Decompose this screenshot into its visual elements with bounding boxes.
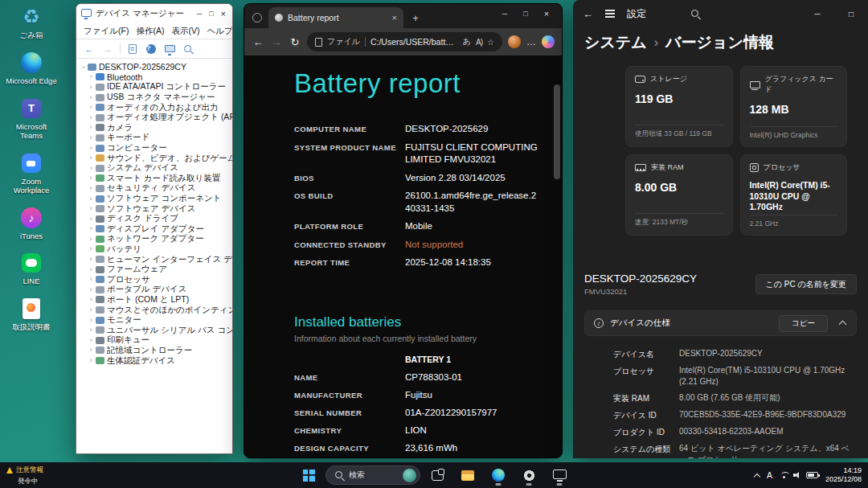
expand-chevron-icon[interactable]: › <box>87 236 95 243</box>
search-icon[interactable] <box>690 9 700 18</box>
ime-indicator[interactable]: A <box>767 470 772 480</box>
chevron-up-icon[interactable] <box>839 321 847 329</box>
tree-item[interactable]: › 印刷キュー <box>79 335 232 346</box>
tree-item[interactable]: › Bluetooth <box>79 72 232 83</box>
desktop-icon[interactable]: Microsoft Edge <box>5 51 58 86</box>
read-aloud-icon[interactable] <box>476 38 482 47</box>
back-icon[interactable] <box>583 8 593 20</box>
tree-item[interactable]: › ネットワーク アダプター <box>79 234 232 244</box>
menu-item[interactable]: 操作(A) <box>133 25 167 38</box>
desktop-icon[interactable]: iTunes <box>5 206 58 241</box>
tree-item[interactable]: › IDE ATA/ATAPI コントローラー <box>79 82 232 92</box>
browser-menu-icon[interactable] <box>526 36 536 47</box>
tree-item[interactable]: › キーボード <box>79 133 232 143</box>
tree-item[interactable]: › システム デバイス <box>79 163 232 174</box>
navigation-menu-icon[interactable] <box>605 10 615 18</box>
expand-chevron-icon[interactable]: › <box>87 245 95 252</box>
copy-button[interactable]: コピー <box>779 315 828 332</box>
desktop-icon[interactable]: ごみ箱 <box>5 5 58 40</box>
tree-item[interactable]: › 生体認証デバイス <box>79 355 232 366</box>
tree-item[interactable]: › ファームウェア <box>79 265 232 275</box>
settings-titlebar[interactable]: 設定 <box>573 0 868 27</box>
tree-item[interactable]: › マウスとそのほかのポインティング デバイス <box>79 305 232 315</box>
copilot-icon[interactable] <box>542 35 555 48</box>
refresh-icon[interactable] <box>289 36 301 48</box>
expand-chevron-icon[interactable]: › <box>87 154 95 162</box>
widgets-button[interactable]: 注意警報 発令中 <box>6 465 43 486</box>
tree-item[interactable]: › モニター <box>79 315 232 326</box>
back-icon[interactable] <box>252 36 264 48</box>
expand-chevron-icon[interactable]: › <box>87 205 95 212</box>
expand-chevron-icon[interactable]: › <box>87 165 95 172</box>
expand-chevron-icon[interactable]: › <box>87 174 95 182</box>
properties-icon[interactable] <box>129 44 137 54</box>
expand-chevron-icon[interactable]: › <box>87 124 95 131</box>
tab-close-icon[interactable]: × <box>392 13 397 23</box>
maximize-icon[interactable] <box>209 10 213 18</box>
expand-chevron-icon[interactable]: › <box>87 276 95 283</box>
rename-pc-button[interactable]: この PC の名前を変更 <box>755 274 857 294</box>
hidden-icons-chevron-icon[interactable] <box>754 473 760 479</box>
desktop-icon[interactable]: 取扱説明書 <box>5 297 58 332</box>
tree-item[interactable]: › サウンド、ビデオ、およびゲーム コントローラー <box>79 153 232 163</box>
minimize-icon[interactable] <box>494 4 515 23</box>
tree-item[interactable]: › 記憶域コントローラー <box>79 346 232 356</box>
tab-battery-report[interactable]: Battery report × <box>268 7 403 28</box>
menu-item[interactable]: 表示(V) <box>168 25 203 38</box>
tree-item[interactable]: › セキュリティ デバイス <box>79 183 232 194</box>
profile-avatar[interactable] <box>508 35 521 48</box>
expand-chevron-icon[interactable]: › <box>87 73 95 80</box>
expand-chevron-icon[interactable]: › <box>87 225 95 232</box>
breadcrumb-system[interactable]: システム <box>584 32 647 53</box>
expand-chevron-icon[interactable]: › <box>87 317 95 324</box>
menu-item[interactable]: ファイル(F) <box>80 25 132 38</box>
tree-item[interactable]: › カメラ <box>79 123 232 133</box>
expand-chevron-icon[interactable]: › <box>87 256 95 263</box>
back-icon[interactable] <box>83 43 96 55</box>
collapse-chevron-icon[interactable]: › <box>80 63 87 71</box>
expand-chevron-icon[interactable]: › <box>87 104 95 111</box>
minimize-icon[interactable] <box>800 0 834 27</box>
tab-actions-icon[interactable] <box>249 7 265 28</box>
expand-chevron-icon[interactable]: › <box>87 94 95 101</box>
tree-root-node[interactable]: › DESKTOP-2025629CY <box>79 62 232 72</box>
close-icon[interactable] <box>536 4 557 23</box>
start-button[interactable] <box>295 464 322 486</box>
desktop-icon[interactable]: LINE <box>5 251 58 286</box>
expand-chevron-icon[interactable]: › <box>87 185 95 192</box>
taskbar-app-button[interactable] <box>515 464 542 486</box>
taskbar-app-button[interactable] <box>424 464 451 486</box>
expand-chevron-icon[interactable]: › <box>87 134 95 141</box>
taskbar-search[interactable]: 検索 <box>326 465 420 485</box>
device-manager-titlebar[interactable]: デバイス マネージャー <box>76 4 232 23</box>
desktop-icon[interactable]: Zoom Workplace <box>5 151 58 195</box>
scrollbar-thumb[interactable] <box>554 84 560 179</box>
search-devices-icon[interactable] <box>183 44 193 54</box>
favorite-icon[interactable] <box>487 38 494 47</box>
scan-hardware-icon[interactable] <box>165 45 175 52</box>
help-icon[interactable] <box>146 44 156 54</box>
expand-chevron-icon[interactable]: › <box>87 215 95 223</box>
translate-icon[interactable] <box>463 36 471 47</box>
expand-chevron-icon[interactable]: › <box>87 145 95 152</box>
tree-item[interactable]: › ソフトウェア デバイス <box>79 203 232 214</box>
expand-chevron-icon[interactable]: › <box>87 114 95 121</box>
expand-chevron-icon[interactable]: › <box>87 195 95 203</box>
desktop-icon[interactable]: Microsoft Teams <box>5 96 58 141</box>
tree-item[interactable]: › ソフトウェア コンポーネント <box>79 194 232 204</box>
expand-chevron-icon[interactable]: › <box>87 337 95 344</box>
expand-chevron-icon[interactable]: › <box>87 347 95 354</box>
tree-item[interactable]: › ディスプレイ アダプター <box>79 224 232 235</box>
new-tab-icon[interactable] <box>407 7 424 28</box>
expand-chevron-icon[interactable]: › <box>87 326 95 334</box>
tree-item[interactable]: › オーディオの入力および出力 <box>79 102 232 113</box>
taskbar-app-button[interactable] <box>546 464 573 486</box>
close-icon[interactable] <box>221 9 226 18</box>
expand-chevron-icon[interactable]: › <box>87 357 95 364</box>
maximize-icon[interactable] <box>834 0 868 27</box>
tree-item[interactable]: › バッテリ <box>79 244 232 255</box>
tree-item[interactable]: › ヒューマン インターフェイス デバイス <box>79 254 232 265</box>
address-bar[interactable]: ファイル C:/Users/USER/battery-re... <box>307 32 502 51</box>
tree-item[interactable]: › ユニバーサル シリアル バス コントローラー <box>79 325 232 335</box>
tree-item[interactable]: › プロセッサ <box>79 274 232 285</box>
